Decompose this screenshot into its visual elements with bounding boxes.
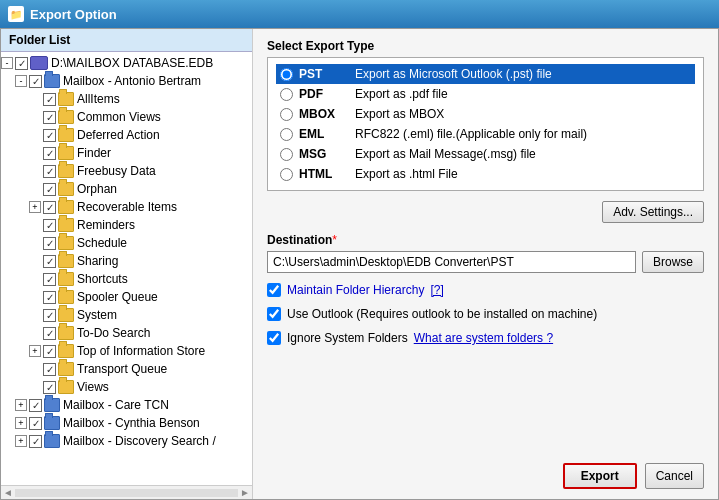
expand-btn-mailbox-antonio[interactable]: - xyxy=(15,75,27,87)
adv-settings-button[interactable]: Adv. Settings... xyxy=(602,201,704,223)
folder-tree[interactable]: -D:\MAILBOX DATABASE.EDB-Mailbox - Anton… xyxy=(1,52,252,485)
folder-item-sharing[interactable]: Sharing xyxy=(1,252,252,270)
folder-item-orphan[interactable]: Orphan xyxy=(1,180,252,198)
folder-icon xyxy=(58,326,74,340)
ignore-system-checkbox[interactable] xyxy=(267,331,281,345)
radio-msg[interactable] xyxy=(280,148,293,161)
folder-icon xyxy=(58,344,74,358)
folder-item-views[interactable]: Views xyxy=(1,378,252,396)
mailbox-folder-icon xyxy=(44,434,60,448)
export-button[interactable]: Export xyxy=(563,463,637,489)
folder-item-finder[interactable]: Finder xyxy=(1,144,252,162)
destination-input[interactable] xyxy=(267,251,636,273)
folder-item-spooler-queue[interactable]: Spooler Queue xyxy=(1,288,252,306)
folder-item-reminders[interactable]: Reminders xyxy=(1,216,252,234)
adv-settings-row: Adv. Settings... xyxy=(267,201,704,223)
checkbox-system[interactable] xyxy=(43,309,56,322)
ignore-system-row: Ignore System Folders What are system fo… xyxy=(267,331,704,345)
browse-button[interactable]: Browse xyxy=(642,251,704,273)
checkbox-todo-search[interactable] xyxy=(43,327,56,340)
radio-mbox[interactable] xyxy=(280,108,293,121)
maintain-folder-label: Maintain Folder Hierarchy xyxy=(287,283,424,297)
folder-icon xyxy=(58,236,74,250)
maintain-folder-checkbox[interactable] xyxy=(267,283,281,297)
export-option-mbox[interactable]: MBOXExport as MBOX xyxy=(276,104,695,124)
folder-item-schedule[interactable]: Schedule xyxy=(1,234,252,252)
folder-label-allitems: AllItems xyxy=(77,92,120,106)
export-option-eml[interactable]: EMLRFC822 (.eml) file.(Applicable only f… xyxy=(276,124,695,144)
checkbox-spooler-queue[interactable] xyxy=(43,291,56,304)
export-option-html[interactable]: HTMLExport as .html File xyxy=(276,164,695,184)
folder-item-top-of-info[interactable]: +Top of Information Store xyxy=(1,342,252,360)
folder-label-system: System xyxy=(77,308,117,322)
checkbox-root[interactable] xyxy=(15,57,28,70)
radio-eml[interactable] xyxy=(280,128,293,141)
folder-item-root[interactable]: -D:\MAILBOX DATABASE.EDB xyxy=(1,54,252,72)
folder-item-mailbox-antonio[interactable]: -Mailbox - Antonio Bertram xyxy=(1,72,252,90)
checkbox-allitems[interactable] xyxy=(43,93,56,106)
folder-item-transport-queue[interactable]: Transport Queue xyxy=(1,360,252,378)
checkbox-recoverable-items[interactable] xyxy=(43,201,56,214)
what-are-system-folders-link[interactable]: What are system folders ? xyxy=(414,331,553,345)
use-outlook-row: Use Outlook (Requires outlook to be inst… xyxy=(267,307,704,321)
radio-pdf[interactable] xyxy=(280,88,293,101)
expand-btn-top-of-info[interactable]: + xyxy=(29,345,41,357)
radio-pst[interactable] xyxy=(280,68,293,81)
folder-item-mailbox-care[interactable]: +Mailbox - Care TCN xyxy=(1,396,252,414)
expand-btn-mailbox-care[interactable]: + xyxy=(15,399,27,411)
checkbox-mailbox-discovery[interactable] xyxy=(29,435,42,448)
checkbox-shortcuts[interactable] xyxy=(43,273,56,286)
folder-item-mailbox-discovery[interactable]: +Mailbox - Discovery Search / xyxy=(1,432,252,450)
folder-item-shortcuts[interactable]: Shortcuts xyxy=(1,270,252,288)
export-type-desc-pdf: Export as .pdf file xyxy=(355,87,448,101)
export-type-label-pst: PST xyxy=(299,67,349,81)
folder-icon xyxy=(58,272,74,286)
checkbox-orphan[interactable] xyxy=(43,183,56,196)
folder-item-common-views[interactable]: Common Views xyxy=(1,108,252,126)
checkbox-sharing[interactable] xyxy=(43,255,56,268)
expand-btn-recoverable-items[interactable]: + xyxy=(29,201,41,213)
checkbox-freebusy[interactable] xyxy=(43,165,56,178)
expand-btn-root[interactable]: - xyxy=(1,57,13,69)
export-option-msg[interactable]: MSGExport as Mail Message(.msg) file xyxy=(276,144,695,164)
export-type-label-html: HTML xyxy=(299,167,349,181)
checkbox-mailbox-care[interactable] xyxy=(29,399,42,412)
folder-item-todo-search[interactable]: To-Do Search xyxy=(1,324,252,342)
checkbox-mailbox-cynthia[interactable] xyxy=(29,417,42,430)
folder-item-recoverable-items[interactable]: +Recoverable Items xyxy=(1,198,252,216)
folder-label-transport-queue: Transport Queue xyxy=(77,362,167,376)
folder-label-root: D:\MAILBOX DATABASE.EDB xyxy=(51,56,213,70)
use-outlook-checkbox[interactable] xyxy=(267,307,281,321)
horizontal-scrollbar[interactable]: ◄ ► xyxy=(1,485,252,499)
folder-icon xyxy=(58,218,74,232)
folder-icon xyxy=(58,146,74,160)
folder-label-common-views: Common Views xyxy=(77,110,161,124)
folder-item-allitems[interactable]: AllItems xyxy=(1,90,252,108)
export-option-pst[interactable]: PSTExport as Microsoft Outlook (.pst) fi… xyxy=(276,64,695,84)
folder-item-system[interactable]: System xyxy=(1,306,252,324)
checkbox-schedule[interactable] xyxy=(43,237,56,250)
folder-item-deferred-action[interactable]: Deferred Action xyxy=(1,126,252,144)
checkbox-top-of-info[interactable] xyxy=(43,345,56,358)
checkbox-transport-queue[interactable] xyxy=(43,363,56,376)
maintain-folder-help[interactable]: [?] xyxy=(430,283,443,297)
bottom-buttons: Export Cancel xyxy=(267,463,704,489)
checkbox-reminders[interactable] xyxy=(43,219,56,232)
mailbox-folder-icon xyxy=(44,398,60,412)
destination-section: Destination* Browse xyxy=(267,233,704,273)
expand-btn-mailbox-cynthia[interactable]: + xyxy=(15,417,27,429)
required-star: * xyxy=(332,233,337,247)
cancel-button[interactable]: Cancel xyxy=(645,463,704,489)
export-option-pdf[interactable]: PDFExport as .pdf file xyxy=(276,84,695,104)
radio-html[interactable] xyxy=(280,168,293,181)
folder-item-freebusy[interactable]: Freebusy Data xyxy=(1,162,252,180)
checkbox-finder[interactable] xyxy=(43,147,56,160)
checkbox-views[interactable] xyxy=(43,381,56,394)
checkbox-mailbox-antonio[interactable] xyxy=(29,75,42,88)
checkbox-deferred-action[interactable] xyxy=(43,129,56,142)
expand-btn-mailbox-discovery[interactable]: + xyxy=(15,435,27,447)
folder-icon xyxy=(58,128,74,142)
folder-item-mailbox-cynthia[interactable]: +Mailbox - Cynthia Benson xyxy=(1,414,252,432)
checkbox-common-views[interactable] xyxy=(43,111,56,124)
folder-label-finder: Finder xyxy=(77,146,111,160)
